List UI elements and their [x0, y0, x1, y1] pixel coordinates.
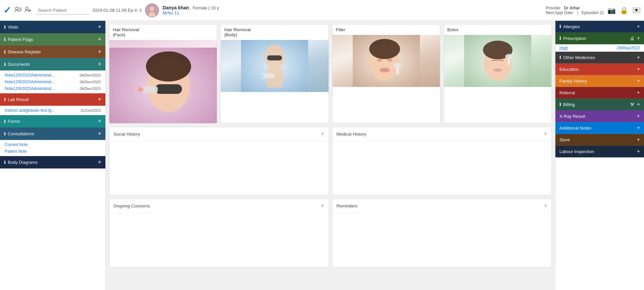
sidebar-label-consultations: Consultations — [8, 131, 34, 136]
document-item-1[interactable]: Note12/6/2023Administrat... 06/Dec/2023 — [0, 72, 105, 79]
right-section-store[interactable]: Store + — [555, 134, 644, 146]
patient-note-anchor[interactable]: Patient Note — [5, 149, 27, 154]
right-section-labour-inspection[interactable]: Labour Inspection + — [555, 146, 644, 157]
document-link-3[interactable]: Note12/6/2023Administrat... — [5, 86, 55, 91]
service-card-botox[interactable]: Botox — [444, 24, 552, 124]
add-patient-icon[interactable] — [24, 6, 32, 14]
right-section-family-history[interactable]: Family History + — [555, 75, 644, 87]
prescription-print-icon[interactable]: 🖨 — [630, 36, 634, 41]
consultations-add-btn[interactable]: + — [98, 130, 101, 137]
svg-point-24 — [369, 39, 400, 59]
svg-rect-19 — [267, 55, 282, 60]
search-input[interactable] — [35, 6, 89, 14]
document-link-1[interactable]: Note12/6/2023Administrat... — [5, 73, 55, 78]
info-icon-3: ℹ — [4, 50, 6, 54]
sidebar-item-disease-register[interactable]: ℹ Disease Register + — [0, 46, 105, 58]
patient-note-link[interactable]: Patient Note — [0, 148, 105, 155]
dropdown-btn[interactable]: ▼ — [632, 7, 641, 13]
patients-list-icon[interactable] — [14, 6, 22, 14]
sidebar-item-consultations[interactable]: ℹ Consultations + — [0, 128, 105, 140]
sidebar-label-lab-result: Lab Result — [8, 97, 29, 102]
svg-point-4 — [26, 7, 28, 10]
rs-info-icon-2: ℹ — [559, 36, 561, 41]
x-ray-result-add-btn[interactable]: + — [637, 113, 640, 119]
info-icon-5: ℹ — [4, 97, 6, 102]
right-section-additional-notes[interactable]: Additional Notes + — [555, 122, 644, 134]
svg-point-15 — [138, 87, 143, 92]
right-section-referral[interactable]: Referral + — [555, 87, 644, 99]
labour-inspection-add-btn[interactable]: + — [637, 148, 640, 154]
info-icon-6: ℹ — [4, 119, 6, 124]
rs-label-additional-notes: Additional Notes — [559, 126, 591, 131]
right-section-prescription[interactable]: ℹ Prescription 🖨 + — [555, 33, 644, 44]
body-diagrams-add-btn[interactable]: + — [98, 159, 101, 166]
service-card-img-filler — [333, 35, 440, 87]
right-sidebar: ℹ Allergies + ℹ Prescription 🖨 + Hydr 29… — [555, 21, 644, 290]
allergies-add-btn[interactable]: + — [637, 23, 640, 30]
referral-add-btn[interactable]: + — [637, 90, 640, 96]
service-card-hair-removal-face[interactable]: Hair Removal(Face) — [109, 24, 217, 124]
store-add-btn[interactable]: + — [637, 137, 640, 143]
current-note-anchor[interactable]: Current Note — [5, 142, 28, 147]
billing-add-btn[interactable]: + — [637, 101, 640, 107]
right-section-other-medicines[interactable]: ℹ Other Medicines + — [555, 52, 644, 63]
service-card-img-hair-body — [221, 40, 328, 92]
prescription-link[interactable]: Hydr — [559, 46, 568, 50]
medical-history-add-btn[interactable]: + — [544, 131, 547, 138]
reminders-add-btn[interactable]: + — [544, 202, 547, 209]
sidebar-item-vitals[interactable]: ℹ Vitals + — [0, 21, 105, 33]
ongoing-concerns-add-btn[interactable]: + — [321, 202, 325, 209]
sidebar-item-patient-flags[interactable]: ℹ Patient Flags + — [0, 33, 105, 46]
rs-info-icon-3: ℹ — [559, 55, 561, 60]
education-add-btn[interactable]: + — [637, 66, 640, 72]
prescription-item[interactable]: Hydr 29/May/2022 — [555, 44, 644, 52]
right-section-x-ray-result[interactable]: X-Ray Result + — [555, 110, 644, 122]
social-history-add-btn[interactable]: + — [321, 131, 325, 138]
other-medicines-add-btn[interactable]: + — [637, 54, 640, 60]
camera-icon[interactable]: 📷 — [607, 6, 616, 14]
sidebar-item-forms[interactable]: ℹ Forms + — [0, 115, 105, 128]
right-section-education[interactable]: Education + — [555, 63, 644, 75]
current-note-link[interactable]: Current Note — [0, 141, 105, 148]
lab-result-add-btn[interactable]: + — [98, 96, 101, 103]
rs-info-icon-4: ℹ — [559, 102, 561, 107]
sidebar-item-lab-result[interactable]: ℹ Lab Result + — [0, 93, 105, 106]
lab-result-item-1[interactable]: Indirect antiglobulin test.Ig... 31/Oct/… — [0, 107, 105, 114]
right-section-allergies[interactable]: ℹ Allergies + — [555, 21, 644, 33]
lab-result-link-1[interactable]: Indirect antiglobulin test.Ig... — [5, 108, 55, 113]
vitals-add-btn[interactable]: + — [98, 23, 101, 31]
service-card-filler[interactable]: Filler — [332, 24, 440, 124]
info-icon-2: ℹ — [4, 37, 6, 42]
prescription-add-btn[interactable]: + — [637, 35, 640, 41]
document-date-3: 06/Dec/2023 — [80, 87, 101, 91]
patient-flags-add-btn[interactable]: + — [98, 36, 101, 43]
service-card-title-hair-body: Hair Removal(Body) — [221, 25, 328, 40]
billing-edit-icon[interactable]: ⚒ — [630, 102, 634, 107]
document-item-2[interactable]: Note12/6/2023Administrat... 06/Dec/2023 — [0, 79, 105, 85]
header-right-controls: 📷 🔒 ▼ — [607, 6, 641, 14]
svg-point-27 — [380, 68, 390, 72]
rs-label-allergies: Allergies — [563, 24, 580, 29]
document-item-3[interactable]: Note12/6/2023Administrat... 06/Dec/2023 — [0, 85, 105, 92]
sidebar-item-documents[interactable]: ℹ Documents + — [0, 58, 105, 70]
disease-register-add-btn[interactable]: + — [98, 48, 101, 55]
lock-icon[interactable]: 🔒 — [620, 6, 628, 14]
forms-add-btn[interactable]: + — [98, 118, 101, 125]
right-section-billing[interactable]: ℹ Billing ⚒ + — [555, 99, 644, 110]
info-icon-8: ℹ — [4, 160, 6, 165]
documents-list: Note12/6/2023Administrat... 06/Dec/2023 … — [0, 70, 105, 93]
documents-add-btn[interactable]: + — [98, 61, 101, 68]
service-card-hair-removal-body[interactable]: Hair Removal(Body) — [220, 24, 329, 124]
family-history-add-btn[interactable]: + — [637, 78, 640, 84]
patient-name: Danya khan — [162, 5, 189, 10]
document-link-2[interactable]: Note12/6/2023Administrat... — [5, 80, 55, 84]
service-card-title-hair-face: Hair Removal(Face) — [109, 25, 217, 40]
reminders-body — [333, 213, 552, 267]
rs-label-family-history: Family History — [559, 79, 587, 84]
sidebar-item-body-diagrams[interactable]: ℹ Body Diagrams + — [0, 156, 105, 168]
info-icon-7: ℹ — [4, 132, 6, 136]
ongoing-concerns-body — [109, 213, 329, 267]
left-sidebar: ℹ Vitals + ℹ Patient Flags + ℹ Disease R… — [0, 21, 106, 290]
additional-notes-add-btn[interactable]: + — [637, 125, 640, 131]
section-panels-row: Social History + Medical History + — [109, 127, 552, 195]
